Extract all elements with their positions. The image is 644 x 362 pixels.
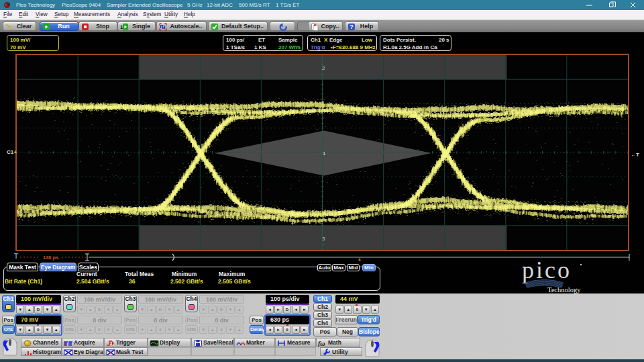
svg-text:130 ps: 130 ps (43, 255, 58, 261)
svg-text:pico: pico (522, 262, 572, 283)
svg-text:3: 3 (322, 236, 325, 242)
svg-text:fω: fω (318, 340, 325, 347)
svg-text:1: 1 (323, 150, 326, 156)
svg-text:Technology: Technology (547, 286, 581, 293)
svg-text:2: 2 (322, 65, 325, 71)
svg-text:?: ? (350, 24, 354, 30)
